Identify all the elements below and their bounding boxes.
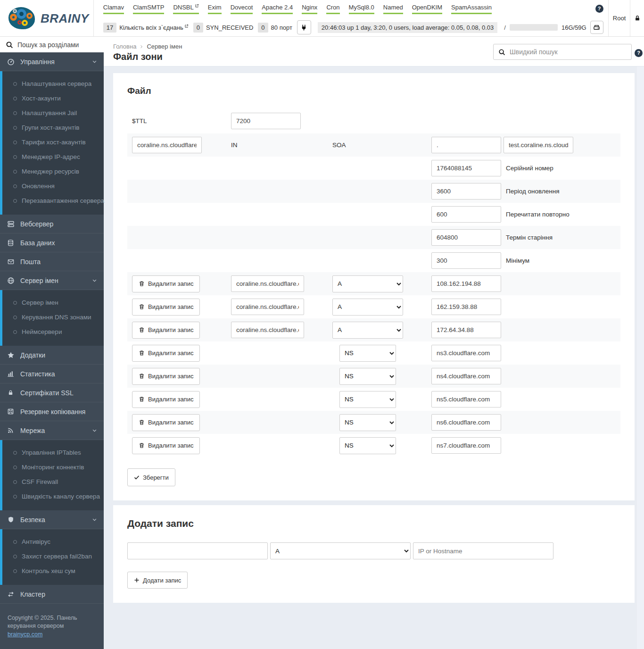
- soa-retry-input[interactable]: [431, 206, 501, 223]
- plug-icon[interactable]: [297, 20, 311, 34]
- sidebar-item-hash-control[interactable]: Контроль хеш сум: [2, 564, 104, 578]
- nav-link-spamassassin[interactable]: SpamAssassin: [451, 4, 492, 14]
- brainycp-link[interactable]: brainycp.com: [8, 631, 42, 638]
- soa-name-input[interactable]: [132, 137, 202, 153]
- record-value-input[interactable]: [431, 437, 501, 454]
- soa-admin-input[interactable]: [504, 137, 573, 153]
- sidebar-item-ssl[interactable]: Сертифікати SSL: [0, 383, 104, 402]
- sidebar-item-nameserver-main[interactable]: Сервер імен: [2, 295, 104, 310]
- record-value-input[interactable]: [431, 414, 501, 431]
- sidebar-item-host-groups[interactable]: Групи хост-акаунтів: [2, 120, 104, 135]
- delete-record-button[interactable]: Видалити запис: [132, 345, 200, 362]
- nav-link-clamav[interactable]: Clamav: [103, 4, 124, 14]
- sidebar-search-input[interactable]: [17, 41, 93, 49]
- sidebar-item-ip-manager[interactable]: Менеджер IP-адрес: [2, 150, 104, 164]
- delete-record-button[interactable]: Видалити запис: [132, 275, 200, 292]
- delete-record-button[interactable]: Видалити запис: [132, 322, 200, 339]
- sidebar-item-backup[interactable]: Резервне копіювання: [0, 402, 104, 421]
- record-type-select[interactable]: A: [332, 322, 403, 339]
- sidebar-item-management[interactable]: Управління: [0, 52, 104, 71]
- record-type-select[interactable]: NS: [339, 414, 396, 431]
- record-value-input[interactable]: [431, 322, 501, 338]
- sidebar-item-cluster[interactable]: Кластер: [0, 585, 104, 604]
- quick-search-input[interactable]: [510, 48, 627, 56]
- record-type-select[interactable]: NS: [339, 345, 396, 362]
- logo[interactable]: BRAINY: [0, 0, 94, 37]
- sidebar-item-database[interactable]: База даних: [0, 233, 104, 252]
- soa-primary-input[interactable]: [431, 137, 501, 153]
- new-record-name-input[interactable]: [127, 542, 268, 559]
- sidebar-item-security[interactable]: Безпека: [0, 510, 104, 529]
- sidebar-item-server-reboot[interactable]: Перезавантаження сервера: [2, 193, 104, 208]
- delete-record-button[interactable]: Видалити запис: [132, 391, 200, 408]
- sidebar-item-resource-manager[interactable]: Менеджер ресурсів: [2, 164, 104, 179]
- sidebar-item-updates[interactable]: Оновлення: [2, 179, 104, 193]
- delete-record-button[interactable]: Видалити запис: [132, 299, 200, 316]
- sidebar-item-fail2ban[interactable]: Захист сервера fail2ban: [2, 549, 104, 564]
- sidebar-item-host-accounts[interactable]: Хост-акаунти: [2, 91, 104, 106]
- record-value-input[interactable]: [431, 368, 501, 384]
- sidebar-item-antivirus[interactable]: Антивірус: [2, 534, 104, 549]
- nav-link-clamsmtp[interactable]: ClamSMTP: [133, 4, 164, 14]
- connections-label[interactable]: Кількість всіх з`єднань: [119, 24, 188, 31]
- record-type-select[interactable]: A: [332, 275, 403, 292]
- sidebar-item-network[interactable]: Мережа: [0, 421, 104, 440]
- nav-link-cron[interactable]: Cron: [326, 4, 339, 14]
- record-type-select[interactable]: NS: [339, 368, 396, 385]
- record-type-select[interactable]: NS: [339, 437, 396, 454]
- sidebar-item-nameserver[interactable]: Сервер імен: [0, 271, 104, 290]
- nav-link-nginx[interactable]: Nginx: [302, 4, 317, 14]
- delete-record-button[interactable]: Видалити запис: [132, 368, 200, 385]
- help-icon[interactable]: [635, 49, 643, 57]
- user-menu[interactable]: Root: [608, 0, 630, 36]
- sidebar-item-statistics[interactable]: Статистика: [0, 365, 104, 383]
- soa-expire-input[interactable]: [431, 229, 501, 246]
- nav-link-dovecot[interactable]: Dovecot: [231, 4, 253, 14]
- ttl-input[interactable]: [231, 113, 301, 129]
- record-value-input[interactable]: [431, 275, 501, 292]
- breadcrumb-home[interactable]: Головна: [113, 43, 136, 50]
- disk-icon[interactable]: [590, 21, 603, 34]
- sidebar-item-mail[interactable]: Пошта: [0, 252, 104, 271]
- sidebar-item-server-settings[interactable]: Налаштування сервера: [2, 76, 104, 91]
- record-name-input[interactable]: [231, 322, 304, 338]
- soa-refresh-input[interactable]: [431, 183, 501, 200]
- delete-record-button[interactable]: Видалити запис: [132, 437, 200, 454]
- nav-link-mysql[interactable]: MySql8.0: [349, 4, 374, 14]
- nav-link-apache[interactable]: Apache 2.4: [262, 4, 293, 14]
- new-record-value-input[interactable]: [413, 542, 553, 559]
- nav-link-named[interactable]: Named: [383, 4, 403, 14]
- record-name-input[interactable]: [231, 299, 304, 315]
- nav-link-opendkim[interactable]: OpenDKIM: [412, 4, 442, 14]
- sidebar-item-host-tariffs[interactable]: Тарифи хост-акаунтів: [2, 135, 104, 150]
- record-value-input[interactable]: [431, 345, 501, 361]
- sidebar-item-nameservers[interactable]: Неймсервери: [2, 324, 104, 339]
- sidebar-item-jail-settings[interactable]: Налаштування Jail: [2, 106, 104, 120]
- lock-icon[interactable]: [630, 0, 644, 36]
- delete-record-button[interactable]: Видалити запис: [132, 414, 200, 431]
- sidebar-item-dns-zones[interactable]: Керування DNS зонами: [2, 310, 104, 324]
- soa-serial-input[interactable]: [431, 160, 501, 176]
- soa-minimum-input[interactable]: [431, 252, 501, 269]
- new-record-type-select[interactable]: A: [270, 542, 411, 559]
- nav-link-dnsbl[interactable]: DNSBL: [173, 4, 198, 14]
- sidebar-item-channel-speed[interactable]: Швидкість каналу сервера: [2, 489, 104, 504]
- ttl-label: $TTL: [132, 117, 231, 125]
- record-value-input[interactable]: [431, 391, 501, 408]
- bullet-icon: [13, 141, 17, 144]
- sidebar-item-csf-firewall[interactable]: CSF Firewall: [2, 474, 104, 489]
- record-type-select[interactable]: NS: [339, 391, 396, 408]
- scrollbar[interactable]: [637, 67, 644, 649]
- record-value-input[interactable]: [431, 299, 501, 315]
- sidebar-item-webserver[interactable]: Вебсервер: [0, 215, 104, 233]
- add-record-form: A: [127, 542, 620, 559]
- record-type-select[interactable]: A: [332, 299, 403, 316]
- help-icon[interactable]: [595, 5, 603, 13]
- nav-link-exim[interactable]: Exim: [208, 4, 222, 14]
- save-button[interactable]: Зберегти: [127, 468, 175, 486]
- sidebar-item-iptables[interactable]: Управління IPTables: [2, 445, 104, 460]
- sidebar-item-connections-monitoring[interactable]: Моніторинг коннектів: [2, 460, 104, 474]
- record-name-input[interactable]: [231, 275, 304, 292]
- sidebar-item-addons[interactable]: Додатки: [0, 346, 104, 365]
- add-record-button[interactable]: Додати запис: [127, 572, 188, 589]
